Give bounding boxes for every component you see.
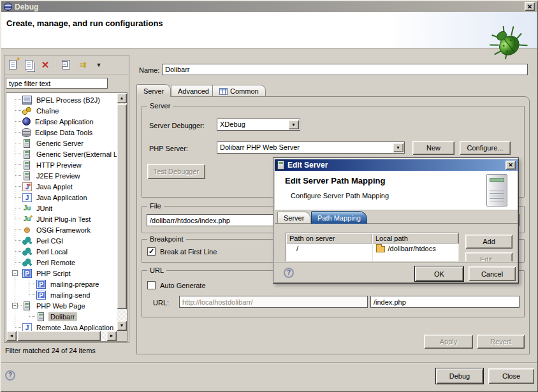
tree-item-generic-server-external[interactable]: Generic Server(External La — [6, 149, 117, 159]
server-tower-icon — [486, 174, 507, 207]
url-group-legend: URL — [147, 266, 166, 274]
debug-configurations-window: Debug ✕ Create, manage, and run configur… — [0, 0, 538, 392]
scroll-down-icon[interactable]: ▼ — [117, 321, 127, 331]
column-header-local-path[interactable]: Local path — [372, 233, 459, 243]
scroll-left-icon[interactable]: ◄ — [6, 331, 17, 341]
chevron-down-icon[interactable]: ▼ — [288, 120, 299, 129]
tree-item-perl-cgi[interactable]: Perl CGI — [6, 235, 117, 246]
delete-icon[interactable]: ✕ — [38, 58, 52, 72]
auto-generate-checkbox[interactable] — [147, 281, 156, 289]
filter-icon[interactable]: ⇉ — [76, 58, 90, 72]
chevron-down-icon[interactable]: ▼ — [393, 143, 404, 152]
tab-server[interactable]: Server — [136, 84, 171, 97]
ok-button[interactable]: OK — [415, 266, 463, 281]
tree-item-mailing-prepare[interactable]: mailing-prepare — [6, 279, 117, 289]
vertical-scroll-thumb[interactable] — [117, 104, 127, 309]
cancel-button[interactable]: Cancel — [469, 266, 516, 281]
tree-item-perl-local[interactable]: Perl Local — [6, 246, 117, 257]
tree-item-j2ee-preview[interactable]: J2EE Preview — [6, 170, 117, 181]
php-icon — [36, 291, 46, 300]
configurations-sidebar: ✦ ✕ − ⇉ ▼ BPEL Process (B2J) Chaîne Ecli… — [4, 55, 129, 343]
break-first-line-checkbox[interactable]: ✓ — [147, 247, 156, 256]
osgi-target-icon — [22, 226, 32, 235]
test-debugger-button[interactable]: Test Debugger — [147, 164, 205, 179]
name-input[interactable] — [162, 64, 528, 75]
page-title: Create, manage, and run configurations — [6, 18, 163, 28]
new-server-button[interactable]: New — [412, 141, 454, 155]
server-icon — [24, 139, 30, 148]
collapse-all-icon[interactable]: − — [60, 58, 74, 72]
server-icon — [24, 161, 30, 170]
server-debugger-select[interactable]: XDebug ▼ — [217, 119, 300, 131]
collapse-toggle[interactable]: − — [12, 303, 18, 309]
edit-server-dialog: Edit Server ✕ Edit Server Path Mapping C… — [273, 157, 519, 284]
name-label: Name: — [139, 66, 159, 74]
scroll-up-icon[interactable]: ▲ — [117, 93, 127, 103]
tree-horizontal-scrollbar[interactable]: ◄ ► — [6, 331, 117, 341]
tree-item-remote-java-application[interactable]: Remote Java Application — [6, 322, 117, 331]
tree-item-eclipse-data-tools[interactable]: Eclipse Data Tools — [6, 127, 117, 138]
dialog-tab-server[interactable]: Server — [277, 212, 310, 224]
debug-button[interactable]: Debug — [436, 368, 483, 384]
tree-item-php-script[interactable]: −PHP Script — [6, 268, 117, 279]
edit-mapping-button[interactable]: Edit... — [465, 252, 513, 261]
close-button[interactable]: Close — [488, 368, 534, 384]
horizontal-scroll-thumb[interactable] — [17, 331, 101, 341]
dialog-titlebar[interactable]: Edit Server ✕ — [275, 159, 518, 171]
tree-item-php-web-page[interactable]: −PHP Web Page — [6, 300, 117, 311]
php-server-select[interactable]: Dolibarr PHP Web Server ▼ — [217, 142, 405, 154]
configure-server-button[interactable]: Configure... — [460, 141, 511, 155]
dialog-tab-path-mapping[interactable]: Path Mapping — [311, 211, 367, 224]
filter-input[interactable] — [6, 78, 108, 89]
new-configuration-icon[interactable]: ✦ — [6, 58, 20, 72]
duplicate-icon[interactable] — [22, 58, 36, 72]
add-mapping-button[interactable]: Add — [465, 235, 513, 249]
table-row-empty — [286, 254, 459, 262]
eclipse-logo-icon — [4, 3, 12, 11]
bpel-process-icon — [22, 96, 32, 105]
dialog-close-button[interactable]: ✕ — [505, 161, 516, 170]
tree-item-chaine[interactable]: Chaîne — [6, 105, 117, 116]
dialog-help-icon[interactable]: ? — [284, 268, 294, 278]
local-path-cell[interactable]: /dolibarr/htdocs — [372, 243, 459, 254]
toolbar-divider — [55, 59, 55, 71]
tree-item-java-applet[interactable]: Java Applet — [6, 181, 117, 192]
tab-common[interactable]: Common — [212, 85, 266, 97]
tree-item-mailing-send[interactable]: mailing-send — [6, 289, 117, 300]
revert-button[interactable]: Revert — [477, 335, 525, 349]
java-icon — [22, 193, 32, 202]
server-icon — [277, 161, 284, 170]
tree-item-bpel-process[interactable]: BPEL Process (B2J) — [6, 94, 117, 105]
window-titlebar[interactable]: Debug ✕ — [1, 1, 537, 12]
configuration-tree: BPEL Process (B2J) Chaîne Eclipse Applic… — [6, 92, 127, 342]
tree-vertical-scrollbar[interactable]: ▲ ▼ — [117, 93, 127, 331]
sidebar-toolbar: ✦ ✕ − ⇉ ▼ — [4, 55, 129, 75]
scroll-right-icon[interactable]: ► — [106, 331, 117, 341]
help-icon[interactable]: ? — [5, 370, 15, 381]
tree-item-junit[interactable]: JUnit — [6, 203, 117, 214]
tree-item-dolibarr[interactable]: Dolibarr — [6, 311, 117, 322]
view-menu-icon[interactable]: ▼ — [92, 58, 106, 72]
tree-item-generic-server[interactable]: Generic Server — [6, 138, 117, 149]
tree-item-eclipse-application[interactable]: Eclipse Application — [6, 116, 117, 127]
tree-item-perl-remote[interactable]: Perl Remote — [6, 257, 117, 268]
url-path-input[interactable] — [370, 296, 520, 308]
server-path-cell[interactable]: / — [286, 243, 373, 254]
dialog-footer-divider — [275, 262, 518, 263]
dialog-title: Edit Server — [287, 161, 328, 170]
tree-item-http-preview[interactable]: HTTP Preview — [6, 159, 117, 170]
table-icon — [219, 88, 228, 95]
tree-item-junit-plugin-test[interactable]: JUnit Plug-in Test — [6, 214, 117, 224]
dialog-heading: Edit Server Path Mapping — [285, 176, 385, 185]
window-close-button[interactable]: ✕ — [525, 2, 535, 11]
column-header-path-on-server[interactable]: Path on server — [286, 233, 373, 243]
dialog-banner: Edit Server Path Mapping Configure Serve… — [275, 171, 518, 210]
tree-item-osgi-framework[interactable]: OSGi Framework — [6, 224, 117, 235]
table-row[interactable]: / /dolibarr/htdocs — [286, 243, 459, 254]
perl-camel-icon — [22, 236, 32, 245]
collapse-toggle[interactable]: − — [12, 270, 18, 276]
tab-advanced[interactable]: Advanced — [171, 85, 216, 97]
apply-button[interactable]: Apply — [424, 335, 473, 349]
tree-rows: BPEL Process (B2J) Chaîne Eclipse Applic… — [6, 93, 117, 331]
tree-item-java-application[interactable]: Java Application — [6, 192, 117, 203]
